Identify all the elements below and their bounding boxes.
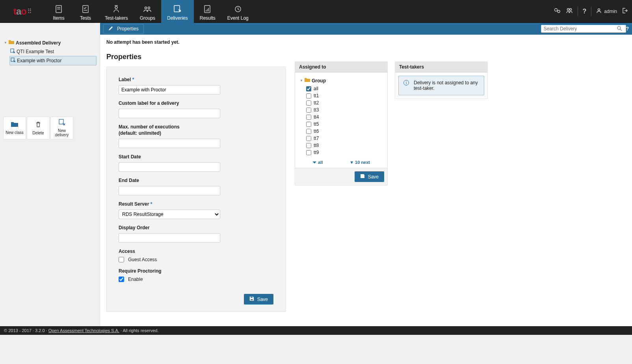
assigned-checkbox[interactable] (306, 115, 311, 120)
users-icon[interactable] (566, 7, 573, 15)
folder-plus-icon (11, 122, 18, 129)
settings-icon[interactable] (554, 8, 561, 15)
result-server-label: Result Server * (119, 201, 273, 207)
folder-icon (9, 39, 14, 46)
svg-point-7 (145, 7, 147, 9)
assigned-title: Assigned to (295, 62, 387, 72)
assigned-all-link[interactable]: ⏷ all (312, 160, 323, 165)
new-class-button[interactable]: New class (3, 117, 26, 139)
tree-root[interactable]: ▼ Assembled Delivery (3, 39, 97, 47)
assigned-item[interactable]: tt1 (306, 92, 383, 99)
start-date-input[interactable] (119, 162, 220, 172)
groups-icon (143, 4, 152, 15)
pencil-icon (108, 26, 113, 32)
assigned-checkbox[interactable] (306, 86, 311, 91)
assigned-item[interactable]: tt7 (306, 135, 383, 142)
search-input[interactable] (541, 25, 626, 33)
nav-results[interactable]: Results (194, 0, 221, 23)
nav-tests[interactable]: Tests (72, 0, 99, 23)
top-navbar: tao ⠿ Items Tests Test-takers Groups Del… (0, 0, 632, 23)
tree-toggle-icon[interactable]: ▼ (300, 77, 304, 84)
start-date-label: Start Date (119, 154, 273, 160)
separator (578, 7, 578, 16)
display-order-input[interactable] (119, 233, 220, 243)
tree-toggle-icon[interactable]: ▼ (4, 39, 8, 46)
assigned-item[interactable]: tt6 (306, 128, 383, 135)
assigned-item-label: tt6 (314, 128, 319, 135)
require-proctoring-label: Require Proctoring (119, 268, 273, 274)
assigned-item-label: tt2 (314, 99, 319, 106)
nav-eventlog[interactable]: Event Log (221, 0, 255, 23)
end-date-label: End Date (119, 177, 273, 184)
footer-link[interactable]: Open Assessment Technologies S.A. (48, 328, 119, 333)
max-exec-input[interactable] (119, 139, 220, 148)
nav-groups[interactable]: Groups (134, 0, 161, 23)
label-input[interactable] (119, 85, 220, 95)
action-bar: Properties ? (100, 23, 632, 35)
display-order-label: Display Order (119, 225, 273, 231)
assigned-checkbox[interactable] (306, 108, 311, 113)
assigned-item[interactable]: all (306, 85, 383, 92)
end-date-input[interactable] (119, 186, 220, 195)
assigned-next-link[interactable]: ▼ 10 next (349, 160, 370, 165)
assigned-item[interactable]: tt9 (306, 149, 383, 156)
assigned-item[interactable]: tt5 (306, 121, 383, 128)
deliveries-icon (173, 4, 181, 15)
testtakers-panel: Test-takers i Delivery is not assigned t… (395, 61, 488, 99)
svg-rect-23 (11, 58, 14, 61)
info-box: i Delivery is not assigned to any test-t… (398, 76, 484, 95)
assigned-checkbox[interactable] (306, 150, 311, 155)
enable-checkbox[interactable] (119, 277, 124, 282)
assigned-checkbox[interactable] (306, 129, 311, 134)
nav-testtakers[interactable]: Test-takers (99, 0, 134, 23)
new-delivery-button[interactable]: New delivery (50, 117, 73, 139)
guest-access-checkbox[interactable] (119, 257, 124, 262)
assigned-checkbox[interactable] (306, 143, 311, 148)
tree-item-proctor[interactable]: Example with Proctor (9, 56, 97, 65)
svg-rect-9 (174, 6, 180, 12)
assigned-root[interactable]: ▼ Group (299, 76, 383, 85)
assigned-panel: Assigned to ▼ Group alltt1tt2tt3tt4tt5tt… (295, 61, 388, 186)
tree-item-qti[interactable]: QTI Example Test (9, 47, 97, 56)
assigned-item[interactable]: tt2 (306, 99, 383, 106)
svg-point-17 (567, 8, 569, 10)
help-icon[interactable]: ? (583, 8, 587, 15)
custom-label-input[interactable] (119, 109, 220, 118)
svg-rect-3 (83, 6, 88, 13)
assigned-item[interactable]: tt8 (306, 142, 383, 149)
trash-icon (35, 121, 41, 129)
testtakers-title: Test-takers (395, 62, 487, 72)
nav-items[interactable]: Items (45, 0, 72, 23)
eventlog-icon (234, 4, 242, 15)
folder-icon (305, 77, 310, 84)
assigned-item-label: tt7 (314, 135, 319, 142)
guest-access-label: Guest Access (128, 257, 157, 262)
svg-point-16 (558, 10, 560, 13)
result-server-select[interactable]: RDS ResultStorage (119, 210, 220, 219)
assigned-checkbox[interactable] (306, 93, 311, 98)
sidebar: ▼ Assembled Delivery QTI Example Test Ex… (0, 35, 100, 326)
assigned-item-label: tt1 (314, 92, 319, 99)
assigned-checkbox[interactable] (306, 122, 311, 127)
nav-deliveries[interactable]: Deliveries (161, 0, 194, 23)
save-assigned-button[interactable]: Save (355, 171, 384, 182)
separator (591, 7, 591, 16)
assigned-checkbox[interactable] (306, 136, 311, 141)
delivery-icon (10, 48, 15, 55)
assigned-item-label: all (314, 85, 318, 92)
assigned-checkbox[interactable] (306, 100, 311, 106)
results-icon (204, 4, 212, 15)
assigned-item[interactable]: tt4 (306, 113, 383, 121)
search-help-icon[interactable]: ? (626, 26, 629, 32)
testtaker-icon (112, 4, 120, 15)
save-properties-button[interactable]: Save (244, 294, 273, 305)
assigned-item[interactable]: tt3 (306, 106, 383, 113)
logo[interactable]: tao ⠿ (0, 0, 45, 23)
svg-point-8 (148, 7, 150, 9)
user-menu[interactable]: admin (596, 8, 617, 15)
logo-dots-icon: ⠿ (27, 10, 32, 13)
properties-button[interactable]: Properties (103, 24, 144, 34)
svg-point-5 (115, 6, 117, 9)
delete-button[interactable]: Delete (27, 117, 50, 139)
logout-icon[interactable] (622, 7, 628, 15)
